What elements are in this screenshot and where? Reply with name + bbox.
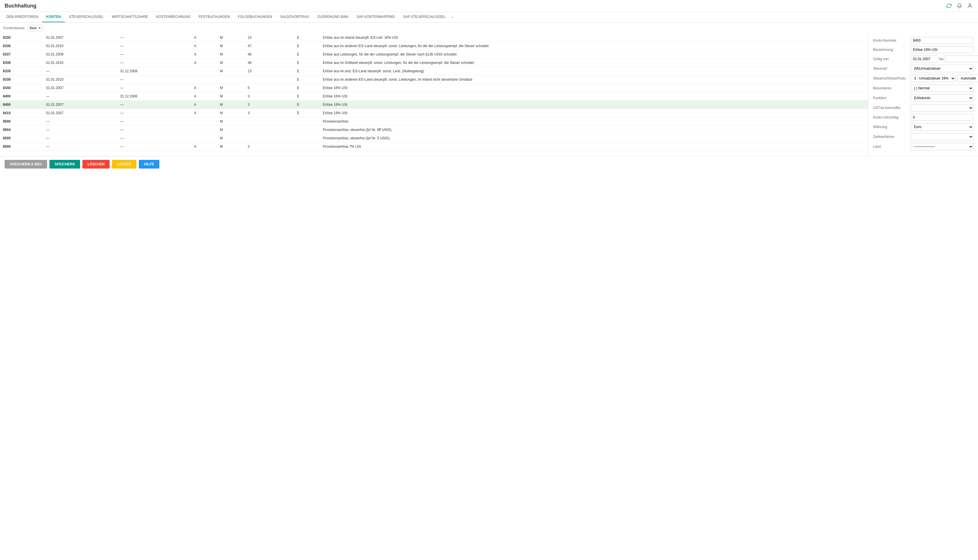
konto-nummer-input[interactable] [911,37,973,44]
row-cell: A [191,101,217,109]
gueltig-von-row: Gültig von bis [873,55,973,62]
land-select[interactable]: —————— Deutschland Österreich [911,143,973,150]
tab-festbuchungen[interactable]: FESTBUCHUNGEN [195,12,234,22]
row-cell: M [217,33,245,42]
row-cell: 8400 [0,92,43,101]
bezeichnung-input[interactable] [911,46,973,53]
tab-more[interactable]: › [450,12,455,22]
table-row[interactable]: 833701.01.2009—AM46EErlöse aus Leistunge… [0,50,868,59]
automatik-select[interactable]: Automatik Manuell [957,75,978,82]
besonderes-select[interactable]: ( ) Normal Anlage Privat [911,84,973,92]
tab-zuordnung-bwa[interactable]: ZUORDNUNG BWA [313,12,353,22]
row-cell: — [117,126,191,134]
row-bezeichnung: Erlöse aus im and. EG-Land steuerpfl. so… [320,67,868,75]
leeren-button[interactable]: LEEREN [112,160,137,168]
zahlverfahren-select[interactable]: SEPA Überweisung [911,133,973,140]
row-bezeichnung: Erlöse aus Leistungen, für die der Leist… [320,50,868,59]
kontenklasse-select[interactable]: 8xxx 1xxx 2xxx 3xxx 4xxx 5xxx 6xxx 7xxx [27,25,43,31]
row-cell [191,75,217,84]
table-row[interactable]: 8500——MProvisionserlöse [0,117,868,126]
hilfe-button[interactable]: HILFE [139,160,159,168]
row-cell [191,134,217,143]
table-row[interactable]: 833601.01.2010—AM47EErlöse aus im andere… [0,42,868,50]
besonderes-label: Besonderes [873,86,911,90]
table-row[interactable]: 8339—31.12.2009M13EErlöse aus im and. EG… [0,67,868,75]
bell-icon[interactable] [956,2,963,9]
row-bezeichnung: Provisionserlöse, steuerfrei (§4 Nr. 8ff… [320,126,868,134]
row-cell: A [191,109,217,117]
user-icon[interactable] [966,2,973,9]
tab-wirtschaftsjahre[interactable]: WIRTSCHAFTSJAHRE [108,12,152,22]
konto-nummer-label: Konto-Nummer [873,38,911,42]
konto-vorschlag-input[interactable] [911,114,973,121]
row-cell: A [191,143,217,151]
row-cell: A [191,84,217,92]
row-cell [245,117,276,126]
row-cell: 01.01.2007 [43,101,117,109]
table-row[interactable]: 841001.01.2007—AM3EErlöse 19% USt [0,109,868,117]
row-cell: 2 [245,143,276,151]
table-row[interactable]: 8506——AM2Provisionserlöse 7% USt [0,143,868,151]
tab-kostenrechnung[interactable]: KOSTENRECHNUNG [152,12,195,22]
funktion-label: Funktion [873,96,911,100]
funktion-row: Funktion Erlöskonto Aufwandskonto Sachko… [873,94,973,102]
row-bezeichnung: Erlöse aus im anderen EG-Land steuerpfl.… [320,42,868,50]
table-row[interactable]: 833901.01.2010—EErlöse aus im anderen EG… [0,75,868,84]
tab-folgebuchungen[interactable]: FOLGEBUCHUNGEN [234,12,276,22]
speichern-neu-button[interactable]: SPEICHERN & NEU [5,160,47,168]
table-row[interactable]: 833001.01.2007—AM15EErlöse aus im Inland… [0,33,868,42]
row-bezeichnung: Erlöse aus im Drittland steuerpfl. sonst… [320,59,868,67]
tab-konten[interactable]: KONTEN [42,12,65,22]
table-row[interactable]: 834001.01.2007—AM5EErlöse 16% USt [0,84,868,92]
tab-deb-kreditoren[interactable]: DEB./KREDITOREN [2,12,42,22]
row-cell: 01.01.2007 [43,84,117,92]
row-bezeichnung: Erlöse 19% USt [320,101,868,109]
main-content: 833001.01.2007—AM15EErlöse aus im Inland… [0,33,978,156]
row-cell: — [117,42,191,50]
row-cell: 31.12.2006 [117,92,191,101]
row-bezeichnung: Erlöse 16% USt [320,92,868,101]
row-cell: — [43,143,117,151]
waehrung-select[interactable]: Euro USD GBP [911,123,973,131]
row-cell [276,42,294,50]
table-row[interactable]: 8400—31.12.2006AM3EErlöse 16% USt [0,92,868,101]
steuerschluessel-select[interactable]: 3 - Umsatzsteuer 19% 2 - Umsatzsteuer 7%… [911,75,955,82]
table-row[interactable]: 8504——MProvisionserlöse, steuerfrei (§4 … [0,126,868,134]
refresh-icon[interactable] [946,2,953,9]
svg-point-0 [969,4,971,5]
funktion-select[interactable]: Erlöskonto Aufwandskonto Sachkonto [911,94,973,102]
steuerart-select[interactable]: (M)Umsatzsteuer Vorsteuer keine [911,65,973,72]
filter-bar: Kontenklasse: 8xxx 1xxx 2xxx 3xxx 4xxx 5… [0,23,978,33]
row-cell: M [217,143,245,151]
speichern-button[interactable]: SPEICHERN [50,160,80,168]
row-cell [276,50,294,59]
row-cell [276,75,294,84]
tab-saldovortrag[interactable]: SALDOVORTRAG [276,12,313,22]
row-cell [191,126,217,134]
row-cell [276,67,294,75]
tab-sap-steuerschluessel[interactable]: SAP STEUERSCHLÜSSEL [399,12,450,22]
row-cell: 01.01.2010 [43,59,117,67]
tab-sap-kontenmapping[interactable]: SAP KONTENMAPPING [353,12,399,22]
loeschen-button[interactable]: LÖSCHEN [82,160,110,168]
row-cell: — [117,75,191,84]
row-bezeichnung: Erlöse 16% USt [320,84,868,92]
gueltig-von-input[interactable] [911,55,938,62]
row-cell: 8410 [0,109,43,117]
konten-table: 833001.01.2007—AM15EErlöse aus im Inland… [0,33,868,151]
konto-nummer-row: Konto-Nummer [873,37,973,44]
row-cell [276,126,294,134]
row-cell [217,75,245,84]
table-row[interactable]: 8505——MProvisionserlöse, steuerfrei (§4 … [0,134,868,143]
row-cell: 8339 [0,67,43,75]
gueltig-bis-input[interactable] [945,55,978,62]
row-cell: E [294,33,320,42]
row-cell: — [117,134,191,143]
row-cell: 8500 [0,117,43,126]
tab-steuerschluessel[interactable]: STEUERSCHLÜSSEL [65,12,108,22]
ustva-kennziffer-select[interactable] [911,104,973,112]
besonderes-row: Besonderes ( ) Normal Anlage Privat [873,84,973,92]
row-bezeichnung: Erlöse aus im anderen EG-Land steuerpfl.… [320,75,868,84]
table-row[interactable]: 833801.01.2010—AM48EErlöse aus im Drittl… [0,59,868,67]
table-row[interactable]: 840001.01.2007—AM3EErlöse 19% USt [0,101,868,109]
